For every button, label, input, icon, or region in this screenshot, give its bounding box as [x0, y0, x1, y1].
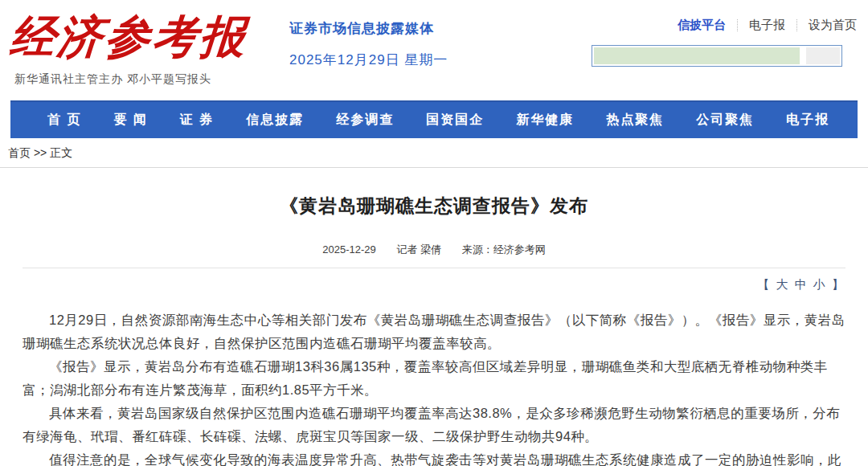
nav-item-home[interactable]: 首 页 — [31, 112, 97, 129]
nav-item-epaper[interactable]: 电子报 — [770, 112, 845, 129]
search-button[interactable] — [806, 47, 840, 64]
link-set-homepage[interactable]: 设为首页 — [809, 18, 857, 33]
article-paragraph: 具体来看，黄岩岛国家级自然保护区范围内造礁石珊瑚平均覆盖率高达38.8%，是众多… — [23, 402, 845, 448]
article-source: 来源：经济参考网 — [462, 243, 546, 255]
main-nav: 首 页 要 闻 证 券 信息披露 经参调查 国资国企 新华健康 热点聚焦 公司聚… — [10, 100, 858, 138]
link-disclosure-platform[interactable]: 信披平台 — [678, 18, 726, 33]
breadcrumb: 首页 >> 正文 — [0, 138, 868, 167]
article-body: 12月29日，自然资源部南海生态中心等相关部门发布《黄岩岛珊瑚礁生态调查报告》（… — [23, 309, 845, 466]
nav-item-news[interactable]: 要 闻 — [97, 112, 163, 129]
link-separator — [737, 19, 738, 31]
article-date: 2025-12-29 — [322, 243, 376, 255]
article: 《黄岩岛珊瑚礁生态调查报告》发布 2025-12-29 记者 梁倩 来源：经济参… — [0, 194, 868, 466]
font-size-controls: 【 大 中 小 】 — [23, 277, 845, 292]
nav-item-health[interactable]: 新华健康 — [500, 112, 590, 129]
newspaper-logo[interactable]: 经济参考报 — [8, 5, 282, 67]
nav-item-disclosure[interactable]: 信息披露 — [230, 112, 320, 129]
search-box — [592, 45, 842, 67]
search-input[interactable] — [594, 47, 800, 64]
link-epaper[interactable]: 电子报 — [749, 18, 785, 33]
masthead: 经济参考报 新华通讯社主管主办 邓小平题写报头 — [8, 0, 278, 100]
nav-item-securities[interactable]: 证 券 — [164, 112, 230, 129]
article-paragraph: 值得注意的是，全球气候变化导致的海表温度异常升高、热带气旋袭击等对黄岩岛珊瑚礁生… — [23, 448, 845, 466]
page-header: 经济参考报 新华通讯社主管主办 邓小平题写报头 证券市场信息披露媒体 2025年… — [0, 0, 868, 100]
bracket-open: 【 — [757, 277, 771, 291]
nav-item-company-focus[interactable]: 公司聚焦 — [680, 112, 770, 129]
breadcrumb-divider — [0, 167, 868, 168]
article-title: 《黄岩岛珊瑚礁生态调查报告》发布 — [23, 194, 845, 219]
font-size-medium-button[interactable]: 中 — [795, 277, 809, 291]
nav-item-investigation[interactable]: 经参调查 — [320, 112, 410, 129]
link-separator — [796, 19, 797, 31]
header-right: 信披平台 电子报 设为首页 — [592, 0, 857, 100]
media-slogan: 证券市场信息披露媒体 — [289, 19, 592, 38]
nav-item-state-owned[interactable]: 国资国企 — [410, 112, 500, 129]
top-links: 信披平台 电子报 设为首页 — [592, 18, 857, 33]
font-size-small-button[interactable]: 小 — [813, 277, 827, 291]
nav-item-hot-focus[interactable]: 热点聚焦 — [590, 112, 680, 129]
masthead-tagline: 新华通讯社主管主办 邓小平题写报头 — [8, 72, 278, 87]
article-paragraph: 《报告》显示，黄岩岛分布有造礁石珊瑚13科36属135种，覆盖率较高但区域差异明… — [23, 355, 845, 402]
breadcrumb-current: 正文 — [50, 146, 72, 159]
bracket-close: 】 — [832, 277, 845, 291]
article-paragraph: 12月29日，自然资源部南海生态中心等相关部门发布《黄岩岛珊瑚礁生态调查报告》（… — [23, 309, 845, 355]
current-date: 2025年12月29日 星期一 — [289, 51, 592, 69]
breadcrumb-home[interactable]: 首页 — [8, 146, 31, 159]
meta-divider — [23, 268, 845, 268]
font-size-large-button[interactable]: 大 — [776, 277, 789, 291]
breadcrumb-separator: >> — [34, 146, 47, 159]
article-reporter: 记者 梁倩 — [396, 243, 441, 255]
article-meta: 2025-12-29 记者 梁倩 来源：经济参考网 — [23, 243, 845, 257]
header-center: 证券市场信息披露媒体 2025年12月29日 星期一 — [278, 0, 592, 100]
